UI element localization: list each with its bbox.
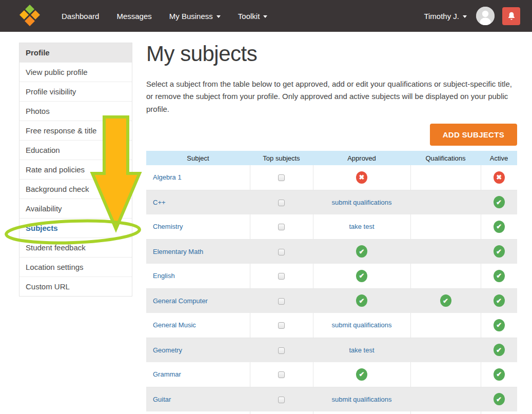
check-circle-icon[interactable]: ✔ <box>356 294 367 307</box>
sidebar-item-student-feedback[interactable]: Student feedback <box>19 238 132 257</box>
nav-items: DashboardMessagesMy BusinessToolkit <box>53 12 276 21</box>
profile-sidebar: Profile View public profileProfile visib… <box>19 43 132 297</box>
notifications-button[interactable] <box>502 7 520 25</box>
check-circle-icon[interactable]: ✔ <box>356 245 367 258</box>
nav-item-label: My Business <box>169 12 213 21</box>
sidebar-header: Profile <box>19 43 132 62</box>
top-navbar: DashboardMessagesMy BusinessToolkit Timo… <box>0 0 532 32</box>
column-header-approved: Approved <box>313 151 410 165</box>
table-row: Algebra 1✖✖ <box>146 165 517 190</box>
check-circle-icon[interactable]: ✔ <box>494 270 505 282</box>
table-row: Elementary Math✔✔ <box>146 239 517 264</box>
x-circle-icon[interactable]: ✖ <box>356 171 367 184</box>
subjects-table: SubjectTop subjectsApprovedQualification… <box>146 151 517 414</box>
page-description: Select a subject from the table below to… <box>146 78 517 115</box>
sidebar-item-subjects[interactable]: Subjects <box>19 218 132 238</box>
avatar[interactable] <box>476 7 495 25</box>
subject-link[interactable]: General Computer <box>153 297 208 305</box>
button-row: ADD SUBJECTS <box>430 124 517 146</box>
sidebar-item-location-settings[interactable]: Location settings <box>19 257 132 277</box>
nav-item-label: Dashboard <box>62 12 99 21</box>
approved-action-link[interactable]: submit qualifications <box>331 199 391 206</box>
bell-icon <box>506 11 517 21</box>
approved-action-link[interactable]: take test <box>349 346 374 354</box>
check-circle-icon[interactable]: ✔ <box>494 319 505 331</box>
top-subject-checkbox[interactable] <box>278 322 285 329</box>
nav-item-label: Toolkit <box>238 12 260 21</box>
top-subject-checkbox[interactable] <box>278 224 285 230</box>
table-row-partial <box>146 411 517 414</box>
add-subjects-button[interactable]: ADD SUBJECTS <box>430 124 517 146</box>
top-subject-checkbox[interactable] <box>278 174 285 181</box>
approved-action-link[interactable]: submit qualifications <box>331 321 391 329</box>
check-circle-icon[interactable]: ✔ <box>356 270 367 282</box>
nav-item-toolkit[interactable]: Toolkit <box>229 12 277 21</box>
sidebar-item-availability[interactable]: Availability <box>19 199 132 218</box>
subject-link[interactable]: Guitar <box>153 396 171 403</box>
sidebar-item-view-public-profile[interactable]: View public profile <box>19 62 132 82</box>
subject-link[interactable]: General Music <box>153 321 196 329</box>
check-circle-icon[interactable]: ✔ <box>494 344 505 356</box>
table-row: C++submit qualifications✔ <box>146 190 517 214</box>
subject-link[interactable]: Elementary Math <box>153 248 203 255</box>
table-header-row: SubjectTop subjectsApprovedQualification… <box>146 151 517 165</box>
check-circle-icon[interactable]: ✔ <box>356 368 367 381</box>
column-header-active: Active <box>481 151 517 165</box>
column-header-top-subjects: Top subjects <box>250 151 313 165</box>
table-row: General Musicsubmit qualifications✔ <box>146 313 517 338</box>
top-subject-checkbox[interactable] <box>278 371 285 378</box>
sidebar-item-education[interactable]: Education <box>19 140 132 160</box>
subject-link[interactable]: Grammar <box>153 370 181 378</box>
table-row: Grammar✔✔ <box>146 362 517 387</box>
user-menu[interactable]: Timothy J. <box>424 12 467 21</box>
sidebar-item-rate-and-policies[interactable]: Rate and policies <box>19 160 132 179</box>
check-circle-icon[interactable]: ✔ <box>494 393 505 405</box>
table-row: Geometrytake test✔ <box>146 338 517 362</box>
nav-item-label: Messages <box>116 12 151 21</box>
x-circle-icon[interactable]: ✖ <box>494 171 505 184</box>
subject-link[interactable]: English <box>153 272 175 280</box>
check-circle-icon[interactable]: ✔ <box>440 294 451 307</box>
check-circle-icon[interactable]: ✔ <box>494 196 505 208</box>
sidebar-item-free-response-title[interactable]: Free response & title <box>19 121 132 140</box>
subject-link[interactable]: Algebra 1 <box>153 173 182 181</box>
approved-action-link[interactable]: take test <box>349 223 374 230</box>
nav-right: Timothy J. <box>424 7 532 25</box>
subject-link[interactable]: Chemistry <box>153 223 183 230</box>
check-circle-icon[interactable]: ✔ <box>494 245 505 258</box>
nav-item-messages[interactable]: Messages <box>108 12 160 21</box>
approved-action-link[interactable]: submit qualifications <box>331 396 391 403</box>
brand-logo-icon[interactable] <box>15 3 44 29</box>
table-row: General Computer✔✔✔ <box>146 288 517 313</box>
page-title: My subjects <box>146 42 257 66</box>
top-subject-checkbox[interactable] <box>278 298 285 305</box>
check-circle-icon[interactable]: ✔ <box>494 221 505 233</box>
sidebar-item-photos[interactable]: Photos <box>19 101 132 121</box>
table-row: Guitarsubmit qualifications✔ <box>146 387 517 411</box>
table-row: English✔✔ <box>146 264 517 288</box>
check-circle-icon[interactable]: ✔ <box>494 294 505 307</box>
column-header-subject: Subject <box>146 151 250 165</box>
top-subject-checkbox[interactable] <box>278 347 285 354</box>
top-subject-checkbox[interactable] <box>278 200 285 206</box>
top-subject-checkbox[interactable] <box>278 397 285 403</box>
person-icon <box>476 7 495 25</box>
top-subject-checkbox[interactable] <box>278 273 285 280</box>
sidebar-item-profile-visibility[interactable]: Profile visibility <box>19 82 132 101</box>
nav-item-my-business[interactable]: My Business <box>161 12 229 21</box>
nav-item-dashboard[interactable]: Dashboard <box>53 12 108 21</box>
user-name: Timothy J. <box>424 12 459 21</box>
chevron-down-icon <box>216 15 221 18</box>
subject-link[interactable]: C++ <box>153 199 166 206</box>
chevron-down-icon <box>263 15 267 18</box>
check-circle-icon[interactable]: ✔ <box>494 368 505 381</box>
top-subject-checkbox[interactable] <box>278 249 285 255</box>
main-content: My subjects Select a subject from the ta… <box>146 38 517 414</box>
table-row: Chemistrytake test✔ <box>146 214 517 239</box>
subject-link[interactable]: Geometry <box>153 346 182 354</box>
sidebar-item-background-check[interactable]: Background check <box>19 179 132 199</box>
chevron-down-icon <box>463 15 467 18</box>
sidebar-item-custom-url[interactable]: Custom URL <box>19 277 132 296</box>
sidebar-list: View public profileProfile visibilityPho… <box>19 62 132 296</box>
column-header-qualifications: Qualifications <box>410 151 481 165</box>
